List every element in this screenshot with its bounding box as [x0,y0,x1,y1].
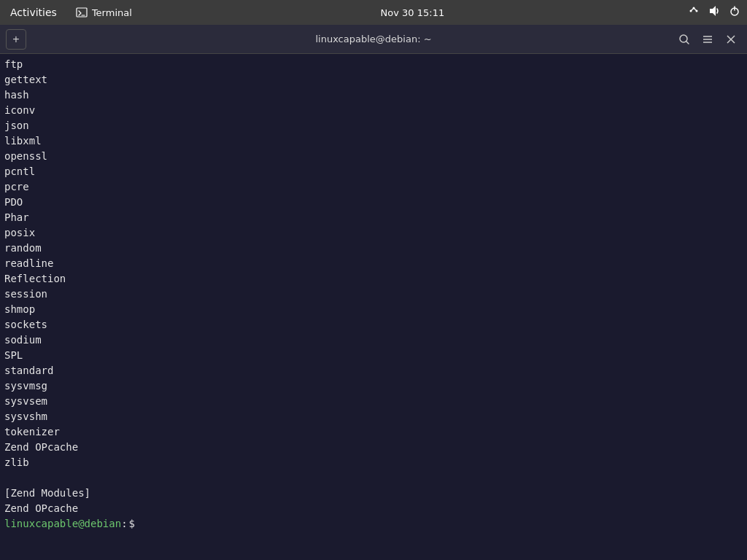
terminal-line: sockets [4,317,743,332]
system-bar-right [687,4,741,20]
terminal-line: ftp [4,57,743,72]
terminal-line: Zend OPcache [4,501,743,516]
terminal-line: session [4,287,743,302]
terminal-tab[interactable]: Terminal [70,5,138,20]
volume-icon[interactable] [708,4,721,20]
terminal-line: zlib [4,455,743,470]
new-tab-button[interactable]: + [6,29,26,50]
prompt-colon: : [121,516,127,532]
terminal-line: PDO [4,195,743,210]
network-icon[interactable] [687,4,700,20]
system-bar-datetime: Nov 30 15:11 [381,7,445,18]
terminal-line: tokenizer [4,424,743,440]
terminal-output[interactable]: ftp gettext hash iconv json libxml opens… [0,54,747,560]
terminal-line: sysvsem [4,394,743,409]
terminal-line: openssl [4,149,743,164]
terminal-tab-icon [76,7,88,18]
terminal-line: SPL [4,348,743,363]
terminal-line: Reflection [4,271,743,287]
terminal-line: posix [4,225,743,241]
svg-line-6 [694,8,697,11]
terminal-line: standard [4,363,743,378]
menu-button[interactable] [697,29,718,50]
terminal-line: iconv [4,103,743,118]
prompt-dollar: $ [129,516,135,532]
terminal-line: pcre [4,179,743,195]
activities-button[interactable]: Activities [6,5,61,20]
terminal-line: hash [4,88,743,103]
cursor [135,516,141,532]
terminal-line: Phar [4,210,743,225]
terminal-tab-label: Terminal [92,7,132,18]
system-bar-left: Activities Terminal [6,5,138,20]
terminal-line: libxml [4,133,743,149]
svg-line-5 [691,8,694,11]
titlebar-left: + [6,29,26,50]
terminal-line: pcntl [4,164,743,179]
terminal-line: [Zend Modules] [4,486,743,501]
prompt-line: linuxcapable@debian : $ [4,516,743,532]
terminal-line: random [4,241,743,256]
terminal-line: sysvmsg [4,378,743,394]
prompt-username: linuxcapable@debian [4,516,121,532]
power-icon[interactable] [728,4,741,20]
terminal-line: shmop [4,302,743,317]
terminal-line: sysvshm [4,409,743,424]
terminal-line: Zend OPcache [4,440,743,455]
terminal-title: linuxcapable@debian: ~ [315,34,431,44]
terminal-line: json [4,118,743,133]
system-bar: Activities Terminal Nov 30 15:11 [0,0,747,25]
terminal-line: sodium [4,332,743,348]
terminal-line: readline [4,256,743,271]
terminal-window: + linuxcapable@debian: ~ [0,25,747,560]
terminal-titlebar: + linuxcapable@debian: ~ [0,25,747,54]
svg-marker-7 [710,6,716,16]
terminal-line [4,470,743,486]
search-button[interactable] [674,29,694,50]
terminal-line: gettext [4,72,743,88]
titlebar-right [674,29,741,50]
close-button[interactable] [721,29,741,50]
svg-line-11 [686,42,689,44]
